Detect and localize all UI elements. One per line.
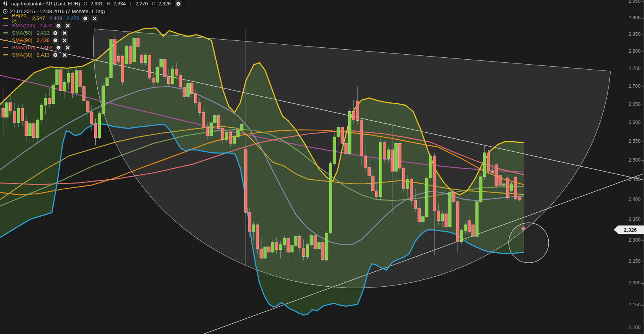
close-icon <box>62 38 67 43</box>
candle <box>40 105 43 120</box>
axis-label: 2,850 <box>617 32 641 37</box>
candle <box>136 38 139 47</box>
candle <box>399 144 401 169</box>
candle <box>6 103 8 117</box>
candle <box>225 132 228 140</box>
candle <box>364 156 366 167</box>
candle <box>102 86 105 114</box>
candle <box>210 123 213 136</box>
candle <box>125 47 128 64</box>
axis-tick <box>641 262 644 262</box>
chart-app: 2,9502,9002,8502,8002,7502,7002,6502,600… <box>0 0 644 334</box>
candle <box>106 78 108 86</box>
candle <box>206 127 209 136</box>
candle <box>360 120 363 156</box>
axis-tick <box>641 328 644 328</box>
indicator-name: SMA(100) <box>12 45 35 50</box>
series-visibility-button[interactable] <box>175 0 182 7</box>
candle <box>260 249 263 258</box>
candle <box>113 39 116 64</box>
candle <box>460 230 463 242</box>
candle <box>295 236 297 245</box>
close-icon <box>92 16 97 21</box>
candle <box>472 225 474 236</box>
indicator-remove-button[interactable] <box>61 52 68 58</box>
indicator-value: 2,413 <box>37 52 50 58</box>
candle <box>21 108 24 121</box>
candle <box>453 192 455 202</box>
candle <box>495 165 498 186</box>
candle <box>144 55 147 63</box>
indicator-visibility-button[interactable] <box>82 15 89 22</box>
candle <box>302 248 305 257</box>
axis-tick <box>641 200 644 200</box>
axis-label: 2,250 <box>617 259 641 264</box>
instrument-title: aap Implantate AG (Last, EUR) <box>11 1 80 7</box>
candle <box>175 69 178 75</box>
candle <box>156 67 158 82</box>
indicator-legend: BB(20, 2) 2,5472,4092,272 SMA(200) 2,470… <box>3 15 98 58</box>
indicator-visibility-button[interactable] <box>52 52 59 58</box>
candle <box>191 83 193 94</box>
indicator-remove-button[interactable] <box>61 37 68 44</box>
axis-tick <box>641 87 644 87</box>
close-icon <box>62 31 67 35</box>
candle <box>422 217 424 222</box>
candle <box>75 71 78 93</box>
candle <box>445 214 448 227</box>
candle <box>98 114 101 138</box>
indicator-remove-button[interactable] <box>91 15 98 22</box>
legend-row: BB(20, 2) 2,5472,4092,272 <box>3 15 98 22</box>
candle <box>503 184 505 185</box>
axis-tick <box>641 105 644 105</box>
candle <box>298 236 301 248</box>
candle <box>87 101 89 112</box>
candle <box>67 73 70 82</box>
indicator-visibility-button[interactable] <box>55 44 62 51</box>
candle <box>387 150 390 159</box>
eye-icon <box>53 38 58 43</box>
candle <box>514 177 517 198</box>
candle <box>252 225 255 231</box>
indicator-visibility-button[interactable] <box>52 37 59 44</box>
axis-tick <box>641 52 644 52</box>
candle <box>148 55 151 78</box>
candle <box>487 153 490 171</box>
indicator-visibility-button[interactable] <box>55 22 62 29</box>
candle <box>283 239 286 245</box>
candle <box>248 212 251 231</box>
candle <box>426 178 428 217</box>
indicator-remove-button[interactable] <box>61 30 68 37</box>
indicator-remove-button[interactable] <box>64 22 71 29</box>
candle <box>2 108 5 117</box>
axis-label: 2,700 <box>617 84 641 89</box>
axis-tick <box>641 180 644 180</box>
candle <box>356 101 359 120</box>
candle <box>414 200 417 209</box>
indicator-value: 2,272 <box>67 15 80 21</box>
candle <box>491 171 494 173</box>
axis-tick <box>641 123 644 123</box>
candle <box>333 137 336 164</box>
candle <box>522 228 524 230</box>
candle <box>306 245 309 257</box>
candle <box>187 83 190 97</box>
circle-drawing[interactable] <box>509 223 549 263</box>
candle <box>198 103 201 113</box>
axis-label: 2,950 <box>617 0 641 4</box>
candle <box>329 164 332 233</box>
indicator-remove-button[interactable] <box>64 44 71 51</box>
candle <box>256 225 259 249</box>
axis-label: 2,750 <box>617 66 641 71</box>
candle <box>468 221 471 232</box>
candle <box>483 153 486 177</box>
indicator-name: SMA(38) <box>12 52 32 58</box>
indicator-value: 2,433 <box>37 30 50 36</box>
axis-label: 2,300 <box>617 237 641 243</box>
candle <box>214 115 216 123</box>
candle <box>268 247 270 252</box>
candle <box>171 69 174 84</box>
candle <box>325 233 328 260</box>
indicator-color-dash <box>3 54 8 55</box>
indicator-visibility-button[interactable] <box>52 30 59 37</box>
